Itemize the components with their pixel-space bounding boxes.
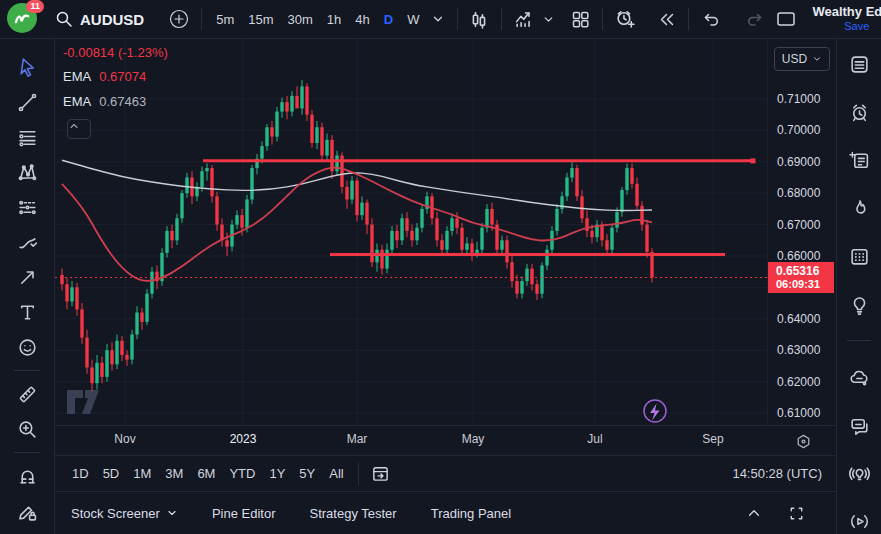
- panel-ideas[interactable]: [846, 291, 872, 317]
- panel-hotlist[interactable]: [846, 195, 872, 221]
- range-6m[interactable]: 6M: [190, 462, 222, 485]
- tab-trading-panel[interactable]: Trading Panel: [431, 506, 511, 521]
- divider: [14, 370, 40, 371]
- panel-live-ideas[interactable]: [846, 460, 872, 486]
- tool-fib-retracement[interactable]: [14, 124, 40, 150]
- chevron-down-icon: [431, 12, 445, 26]
- undo-button[interactable]: [696, 4, 726, 34]
- indicator-row-ema-slow[interactable]: EMA 0.67463: [63, 94, 168, 109]
- news-plus-icon: [849, 150, 870, 171]
- currency-toggle-button[interactable]: USD: [774, 47, 830, 71]
- price-tick: 0.63000: [777, 342, 820, 358]
- tool-xabcd-pattern[interactable]: [14, 159, 40, 185]
- tab-label: Stock Screener: [71, 506, 160, 521]
- panel-maximize-button[interactable]: [783, 500, 810, 527]
- tool-brush[interactable]: [14, 229, 40, 255]
- chart-plot[interactable]: -0.00814 (-1.23%) EMA 0.67074 EMA 0.6746…: [55, 39, 767, 425]
- last-price-label: 0.65316 06:09:31: [768, 262, 834, 293]
- range-1d[interactable]: 1D: [65, 462, 96, 485]
- timeframe-menu-button[interactable]: [426, 7, 450, 31]
- clock-utc[interactable]: 14:50:28 (UTC): [732, 466, 822, 481]
- timeframe-4h[interactable]: 4h: [348, 7, 376, 32]
- panel-watchlist[interactable]: [846, 51, 872, 77]
- timeframe-d[interactable]: D: [377, 7, 400, 32]
- indicators-menu-button[interactable]: [537, 8, 560, 31]
- account-logo[interactable]: 11: [7, 3, 39, 35]
- tab-stock-screener[interactable]: Stock Screener: [71, 506, 178, 521]
- tool-lock-drawings[interactable]: [14, 498, 40, 524]
- indicators-button[interactable]: [509, 4, 539, 34]
- timeframe-w[interactable]: W: [400, 7, 426, 32]
- redo-button[interactable]: [740, 4, 770, 34]
- undo-icon: [701, 9, 721, 29]
- redo-icon: [745, 9, 765, 29]
- go-to-date-button[interactable]: [366, 459, 395, 488]
- tool-text[interactable]: [14, 299, 40, 325]
- tab-label: Trading Panel: [431, 506, 511, 521]
- trend-line-icon: [17, 92, 38, 113]
- range-ytd[interactable]: YTD: [222, 462, 262, 485]
- chevron-down-icon: [542, 13, 555, 26]
- chevron-down-icon: [812, 54, 822, 64]
- price-tick: 0.68000: [777, 185, 820, 201]
- tab-pine-editor[interactable]: Pine Editor: [212, 506, 276, 521]
- panel-streams[interactable]: [846, 508, 872, 534]
- range-bar: 1D5D1M3M6MYTD1Y5YAll 14:50:28 (UTC): [55, 455, 836, 491]
- panel-alerts[interactable]: [846, 99, 872, 125]
- panel-news[interactable]: [846, 147, 872, 173]
- lightbulb-icon: [849, 294, 870, 315]
- tool-emoji[interactable]: [14, 334, 40, 360]
- layout-select-icon: [775, 9, 797, 29]
- fib-retracement-icon: [17, 127, 38, 148]
- price-tick: 0.70000: [777, 122, 820, 138]
- range-3m[interactable]: 3M: [158, 462, 190, 485]
- price-change: -0.00814 (-1.23%): [63, 45, 168, 60]
- layout-select-button[interactable]: [770, 4, 802, 34]
- timeframe-15m[interactable]: 15m: [241, 7, 280, 32]
- layout-grid-button[interactable]: [566, 5, 595, 34]
- tool-trend-line[interactable]: [14, 89, 40, 115]
- tool-arrow[interactable]: [14, 264, 40, 290]
- range-5d[interactable]: 5D: [96, 462, 127, 485]
- symbol-search-button[interactable]: AUDUSD: [49, 6, 150, 32]
- lock-drawings-icon: [17, 501, 38, 522]
- broadcast-bulb-icon: [849, 463, 870, 484]
- flame-icon: [849, 198, 870, 219]
- time-label: May: [462, 432, 485, 446]
- indicator-label: EMA: [63, 94, 91, 109]
- indicator-row-ema-fast[interactable]: EMA 0.67074: [63, 69, 168, 84]
- panel-chat[interactable]: [846, 412, 872, 438]
- legend-collapse-button[interactable]: [67, 119, 91, 139]
- currency-label: USD: [782, 52, 807, 66]
- panel-minds[interactable]: [846, 364, 872, 390]
- add-symbol-button[interactable]: [164, 4, 194, 34]
- tool-ruler[interactable]: [14, 381, 40, 407]
- tool-magnet[interactable]: [14, 463, 40, 489]
- tool-cursor[interactable]: [14, 54, 40, 80]
- alert-button[interactable]: [610, 4, 640, 34]
- tab-strategy-tester[interactable]: Strategy Tester: [309, 506, 396, 521]
- toolbar-right-group: Wealthy Educ. Save: [770, 4, 881, 34]
- price-axis[interactable]: USD 0.65316 06:09:31 0.710000.700000.690…: [767, 39, 836, 425]
- replay-button[interactable]: [652, 5, 681, 34]
- price-scale-settings-button[interactable]: [791, 429, 815, 453]
- time-axis[interactable]: Nov2023MarMayJulSep: [55, 425, 836, 455]
- range-1m[interactable]: 1M: [126, 462, 158, 485]
- chart-style-button[interactable]: [465, 5, 494, 34]
- bottom-panel: Stock ScreenerPine EditorStrategy Tester…: [55, 491, 836, 534]
- range-all[interactable]: All: [322, 462, 350, 485]
- tool-forecast[interactable]: [14, 194, 40, 220]
- time-label: Mar: [347, 432, 368, 446]
- timeframe-5m[interactable]: 5m: [209, 7, 241, 32]
- timeframe-30m[interactable]: 30m: [281, 7, 320, 32]
- range-1y[interactable]: 1Y: [262, 462, 292, 485]
- timeframe-1h[interactable]: 1h: [320, 7, 348, 32]
- range-5y[interactable]: 5Y: [292, 462, 322, 485]
- tool-zoom-in[interactable]: [14, 416, 40, 442]
- divider: [688, 8, 689, 30]
- brush-icon: [17, 232, 38, 253]
- panel-calendar[interactable]: [846, 243, 872, 269]
- cloud-save-button[interactable]: Save: [844, 20, 869, 33]
- account-menu[interactable]: Wealthy Educ. Save: [812, 5, 881, 33]
- panel-expand-button[interactable]: [741, 500, 767, 526]
